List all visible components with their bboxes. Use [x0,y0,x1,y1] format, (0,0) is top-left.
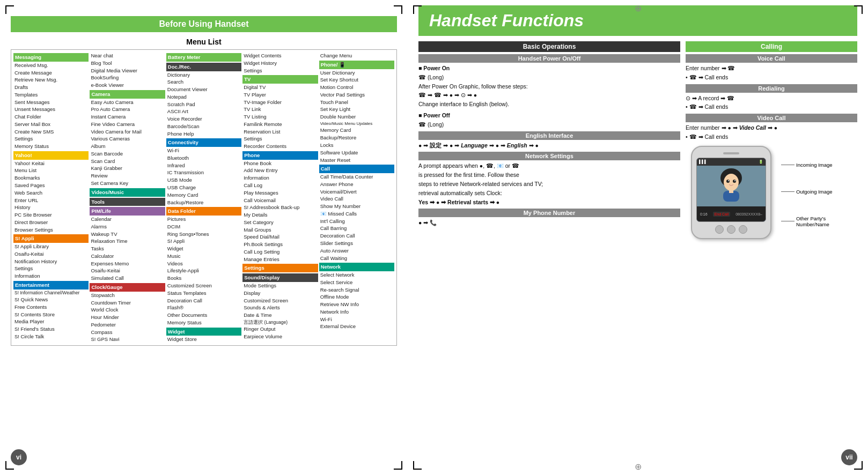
menu-item: Create Message [13,69,89,77]
phone-button-center [727,225,735,234]
menu-item: Set Camera Key [90,180,165,187]
menu-item: Various Cameras [90,135,165,143]
menu-item: Chat Folder [13,113,89,121]
menu-item: Lifestyle-Appli [166,267,241,274]
network-settings-header: Network Settings [418,152,680,160]
menu-item: Ring Songs•Tones [166,231,241,238]
menu-item: S! Appli [166,238,241,245]
menu-item: Video Call [319,195,394,203]
cat-phone: Phone [242,151,318,160]
menu-item: Near chat [90,52,165,60]
menu-item: TV Link [242,106,318,113]
cat-clock-gauge: Clock/Gauge [90,283,165,292]
basic-operations-header: Basic Operations [418,41,680,52]
menu-item: Drafts [13,84,89,91]
menu-item: External Device [319,323,394,330]
menu-item: Customized Screen [242,297,318,305]
power-on-steps: ☎ ➡ ☎ ➡ ● ➡ ⊙ ➡ ● [418,92,477,98]
cat-yahoo: Yahoo! [13,151,89,160]
svg-rect-7 [729,189,733,193]
menu-table: Messaging Received Msg. Create Message R… [13,52,394,343]
menu-item: Kanji Grabber [90,165,165,172]
menu-item: Sent Messages [13,99,89,106]
menu-item: S! Appli Library [13,243,89,250]
my-phone-number-header: My Phone Number [418,209,680,217]
menu-item: Settings [242,135,318,143]
menu-item: Flash® [166,304,241,311]
menu-item: Wi-Fi [166,147,241,154]
menu-item: Browser Settings [13,226,89,234]
other-party-label: Other Party's [796,216,829,221]
menu-item: Auto Answer [319,247,394,255]
menu-item: Widget Store [166,336,241,343]
menu-item: S! Addressbook Back-up [242,204,318,211]
menu-item: Set Category [242,219,318,226]
menu-item: Vector Pad Settings [319,91,394,99]
menu-item: Web Search [13,189,89,197]
menu-item: Video/Music Menu Updates [319,121,394,127]
cat-data-folder: Data Folder [166,207,241,216]
menu-item: Videos [166,260,241,268]
menu-item: Templates [13,91,89,99]
menu-list-title: Menu List [11,38,397,46]
menu-item: Simulated Call [90,274,165,282]
menu-item: Create New SMS [13,128,89,136]
menu-item: Reservation List [242,128,318,136]
menu-item: Backup/Restore [166,199,241,206]
cat-doc-rec: Doc./Rec. [166,63,241,71]
network-settings-steps: Yes ➡ ● ➡ Retrieval starts ➡ ● [418,199,499,205]
menu-item: Alarms [90,223,165,231]
svg-point-1 [724,174,739,191]
menu-item: Select Service [319,279,394,286]
right-page-header: Handset Functions [418,5,857,36]
menu-item: Set Key Shortcut [319,76,394,84]
network-settings-text: A prompt appears when ●, ☎, 📧 or ☎ is pr… [418,161,680,206]
right-content: Basic Operations Handset Power On/Off ■ … [418,41,857,242]
phone-status-bar: ▌▌▌ 🔋 [697,158,766,166]
menu-item: Review [90,172,165,180]
menu-item: Status Templates [166,290,241,297]
menu-item: Yahoo! Keitai [13,160,89,167]
corner-br [394,461,402,470]
menu-item: Enter URL [13,197,89,204]
menu-item: Digital TV [242,84,318,91]
menu-item: Scratch Pad [166,101,241,108]
menu-item: Free Contents [13,303,89,311]
cat-connectivity: Connectivity [166,138,241,147]
menu-item: S! GPS Navi [90,336,165,343]
menu-item: Information [13,272,89,280]
phone-mockup: ▌▌▌ 🔋 [686,146,777,239]
cat-tools: Tools [90,198,165,206]
phone-speaker [723,152,739,154]
menu-item: Call Log Setting [242,248,318,256]
corner-tl-right [413,5,422,14]
menu-item: Saved Pages [13,182,89,189]
annotation-incoming: Incoming Image [781,162,833,168]
voice-call-text: Enter number ➡ ☎ • ☎ ➡ Call ends [686,64,857,82]
svg-point-4 [728,180,729,181]
phone-button-left [715,225,724,234]
corner-tr-right [854,5,863,14]
phone-annotations: Incoming Image Outgoing Image Other Part… [781,146,851,242]
menu-item: Network Info [319,308,394,316]
video-call-text: Enter number ➡ ● ➡ Video Call ➡ ● • ☎ ➡ … [686,123,857,142]
cat-camera: Camera [90,90,165,99]
phone-number-display: 080392XXXX8– [735,212,762,216]
menu-item: Retrieve NW Info [319,301,394,308]
power-onoff-header: Handset Power On/Off [418,54,680,63]
menu-item: Unsent Messages [13,106,89,113]
menu-item: Show My Number [319,203,394,210]
power-on-label: ■ Power On [418,65,450,71]
menu-item: Memory Status [166,319,241,326]
menu-col-3: Battery Meter Doc./Rec. Dictionary Searc… [166,52,241,343]
menu-item: Instant Camera [90,113,165,121]
menu-item: Calculator [90,253,165,260]
menu-item: Album [90,143,165,150]
menu-item: S! Circle Talk [13,333,89,340]
menu-item: Touch Panel [319,99,394,106]
menu-item: DCIM [166,223,241,231]
menu-item: Add New Entry [242,167,318,174]
menu-item: My Details [242,211,318,219]
menu-item: Osaifu-Keitai [90,267,165,274]
menu-item: IC Transmission [166,169,241,176]
